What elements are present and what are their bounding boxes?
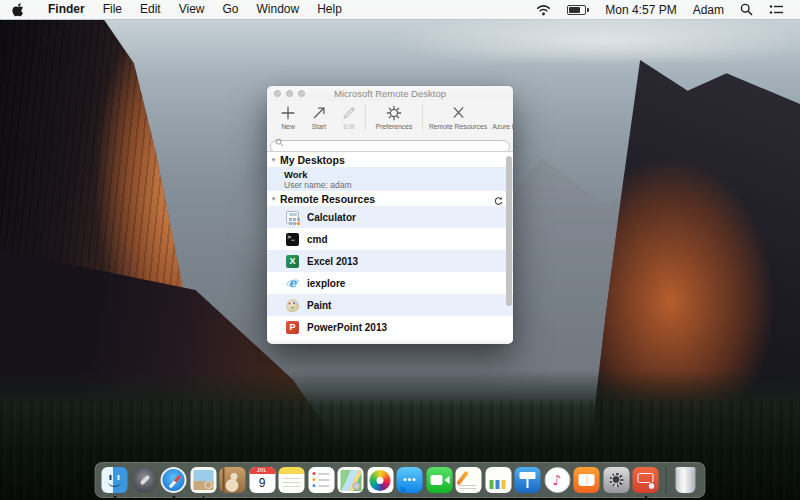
disclosure-triangle-icon[interactable]: ▾ — [267, 155, 280, 163]
menu-item-edit[interactable]: Edit — [131, 0, 170, 19]
messages-icon — [397, 467, 423, 493]
resource-label: iexplore — [307, 278, 345, 289]
start-label: Start — [312, 123, 326, 130]
resource-label: PowerPoint 2013 — [307, 322, 387, 333]
search-icon — [275, 138, 284, 147]
dock-system-preferences[interactable] — [603, 467, 629, 493]
menu-user[interactable]: Adam — [685, 3, 732, 17]
photos-icon — [367, 467, 393, 493]
ibooks-icon — [574, 467, 600, 493]
dock-reminders[interactable] — [308, 467, 334, 493]
azure-remoteapp-label: Azure RemoteApp — [492, 123, 513, 130]
close-button[interactable] — [274, 90, 281, 97]
azure-remoteapp-button[interactable]: Azure RemoteApp — [491, 103, 513, 130]
desktop-row-work[interactable]: Work User name: adam — [267, 167, 513, 191]
menu-item-view[interactable]: View — [170, 0, 214, 19]
edit-button[interactable]: Edit — [337, 103, 361, 130]
menu-clock[interactable]: Mon 4:57 PM — [597, 3, 684, 17]
resource-row-powerpoint[interactable]: P PowerPoint 2013 — [267, 316, 513, 338]
excel-icon: X — [286, 255, 299, 268]
dock-contacts[interactable] — [220, 467, 246, 493]
minimize-button[interactable] — [286, 90, 293, 97]
search-field[interactable] — [270, 135, 510, 148]
menu-item-file[interactable]: File — [94, 0, 131, 19]
dock-notes[interactable] — [279, 467, 305, 493]
disclosure-triangle-icon[interactable]: ▾ — [267, 194, 280, 202]
apple-menu[interactable] — [12, 2, 25, 17]
resource-row-iexplore[interactable]: e iexplore — [267, 272, 513, 294]
apple-logo-icon — [12, 3, 24, 17]
search-row — [267, 133, 513, 151]
remote-resources-label: Remote Resources — [429, 123, 487, 130]
menu-bar: Finder File Edit View Go Window Help Mon… — [0, 0, 800, 19]
running-indicator — [202, 496, 205, 499]
powerpoint-icon: P — [286, 321, 299, 334]
resource-label: Paint — [307, 300, 331, 311]
resource-row-cmd[interactable]: >_ cmd — [267, 228, 513, 250]
finder-icon — [102, 467, 128, 493]
battery-icon[interactable] — [559, 0, 597, 19]
resource-row-excel[interactable]: X Excel 2013 — [267, 250, 513, 272]
dock-numbers[interactable] — [485, 467, 511, 493]
menu-item-go[interactable]: Go — [214, 0, 248, 19]
resource-label: cmd — [307, 234, 328, 245]
dock-preview[interactable] — [190, 467, 216, 493]
menu-item-finder[interactable]: Finder — [39, 0, 94, 19]
dock-pages[interactable] — [456, 467, 482, 493]
calendar-day: 9 — [249, 474, 275, 492]
arrow-up-right-icon — [310, 103, 328, 122]
zoom-button[interactable] — [298, 90, 305, 97]
running-indicator — [645, 496, 648, 499]
spotlight-search-icon[interactable] — [732, 0, 761, 19]
work-username: User name: adam — [284, 180, 513, 190]
menu-item-help[interactable]: Help — [308, 0, 351, 19]
dock-maps[interactable] — [338, 467, 364, 493]
calendar-icon: JUL9 — [249, 467, 275, 493]
edit-label: Edit — [343, 123, 355, 130]
desktop: Finder File Edit View Go Window Help Mon… — [0, 0, 800, 500]
dock-itunes[interactable]: ♪ — [544, 467, 570, 493]
dock-calendar[interactable]: JUL9 — [249, 467, 275, 493]
remote-resources-label: Remote Resources — [280, 193, 375, 205]
dock-launchpad[interactable] — [131, 467, 157, 493]
preferences-button[interactable]: Preferences — [370, 103, 418, 130]
my-desktops-label: My Desktops — [280, 154, 345, 166]
menu-bar-left: Finder File Edit View Go Window Help — [0, 0, 351, 19]
remote-resources-button[interactable]: Remote Resources — [427, 103, 489, 130]
menu-item-window[interactable]: Window — [248, 0, 309, 19]
dock-keynote[interactable] — [515, 467, 541, 493]
resource-row-calculator[interactable]: Calculator — [267, 206, 513, 228]
section-my-desktops[interactable]: ▾ My Desktops — [267, 152, 513, 167]
dock-ibooks[interactable] — [574, 467, 600, 493]
toolbar-separator — [365, 104, 366, 130]
dock: JUL9 ♪ — [95, 462, 706, 498]
notification-center-icon[interactable] — [761, 0, 792, 19]
title-bar[interactable]: Microsoft Remote Desktop — [267, 86, 513, 101]
section-remote-resources[interactable]: ▾ Remote Resources — [267, 191, 513, 206]
resource-row-paint[interactable]: Paint — [267, 294, 513, 316]
plus-icon — [279, 103, 297, 122]
paint-icon — [285, 297, 300, 312]
wifi-icon[interactable] — [528, 0, 559, 19]
itunes-icon: ♪ — [544, 467, 570, 493]
scrollbar-thumb[interactable] — [506, 156, 512, 306]
dock-facetime[interactable] — [426, 467, 452, 493]
refresh-icon[interactable] — [493, 193, 504, 211]
dock-microsoft-remote-desktop[interactable] — [633, 467, 659, 493]
dock-photos[interactable] — [367, 467, 393, 493]
terminal-icon: >_ — [286, 233, 299, 246]
dock-messages[interactable] — [397, 467, 423, 493]
connect-arrows-icon — [450, 103, 467, 122]
notes-icon — [279, 467, 305, 493]
start-button[interactable]: Start — [305, 103, 333, 130]
dock-trash[interactable] — [673, 467, 699, 493]
dock-safari[interactable] — [161, 467, 187, 493]
preferences-label: Preferences — [376, 123, 413, 130]
calendar-month: JUL — [249, 467, 275, 474]
internet-explorer-icon: e — [286, 277, 299, 290]
dock-finder[interactable] — [102, 467, 128, 493]
new-label: New — [281, 123, 295, 130]
menu-bar-status: Mon 4:57 PM Adam — [528, 0, 800, 19]
new-button[interactable]: New — [275, 103, 301, 130]
system-preferences-icon — [603, 467, 629, 493]
